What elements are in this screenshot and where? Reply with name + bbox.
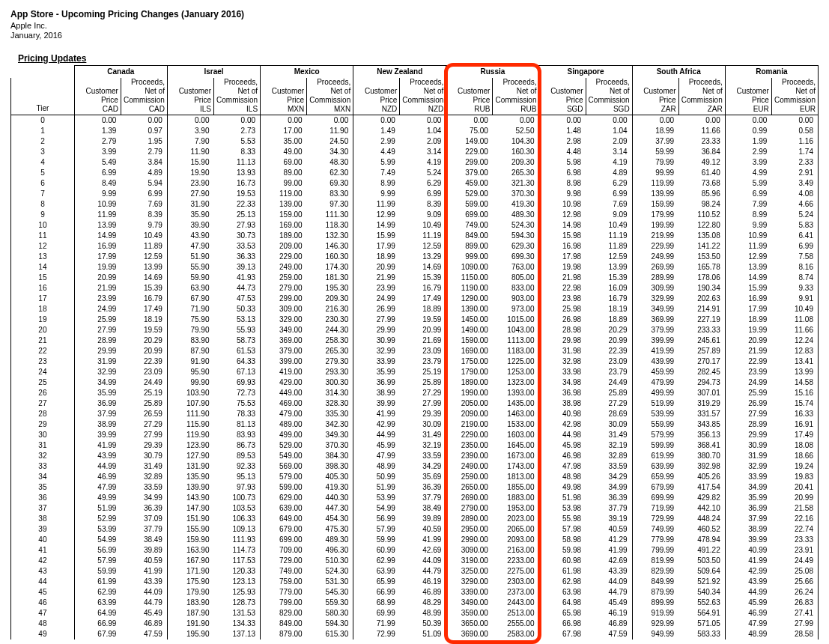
price-cell: 19.59 xyxy=(400,315,446,325)
price-cell: 48.99 xyxy=(725,629,771,640)
price-cell: 68.99 xyxy=(353,598,400,608)
table-row: 1621.9915.3963.9044.73279.00195.3023.991… xyxy=(11,283,819,294)
price-cell: 2.79 xyxy=(121,147,167,157)
price-cell: 134.33 xyxy=(214,619,261,629)
price-cell: 64.99 xyxy=(74,608,121,619)
price-cell: 50.39 xyxy=(400,619,446,629)
price-cell: 6.29 xyxy=(586,178,632,189)
tier-cell: 1 xyxy=(11,126,75,136)
price-cell: 75.00 xyxy=(446,126,493,136)
price-cell: 99.00 xyxy=(261,178,307,189)
price-cell: 13.29 xyxy=(400,252,446,262)
price-cell: 903.00 xyxy=(493,294,539,304)
price-cell: 160.30 xyxy=(307,252,353,262)
price-cell: 25.99 xyxy=(725,388,771,398)
price-cell: 1.04 xyxy=(400,126,446,136)
price-cell: 53.98 xyxy=(539,503,586,514)
price-cell: 289.99 xyxy=(632,273,678,283)
tier-cell: 3 xyxy=(11,147,75,157)
table-row: 810.997.6931.9022.33139.0097.3011.998.39… xyxy=(11,199,819,210)
company-name: Apple Inc. xyxy=(10,21,819,30)
tier-cell: 34 xyxy=(11,472,75,482)
price-cell: 20.29 xyxy=(121,335,167,346)
price-cell: 31.90 xyxy=(167,199,213,210)
tier-cell: 22 xyxy=(11,346,75,356)
price-cell: 69.99 xyxy=(353,608,400,619)
price-cell: 41.99 xyxy=(725,556,771,566)
price-cell: 11.19 xyxy=(586,231,632,241)
price-cell: 0.00 xyxy=(771,115,818,127)
table-row: 3344.9931.49131.9092.33569.00398.3048.99… xyxy=(11,461,819,472)
price-cell: 579.99 xyxy=(632,430,678,440)
price-cell: 229.99 xyxy=(632,241,678,252)
price-cell: 20.99 xyxy=(353,262,400,273)
price-cell: 16.73 xyxy=(214,178,261,189)
price-cell: 3590.00 xyxy=(446,608,493,619)
region-header-nzd: New Zealand xyxy=(353,66,446,79)
region-header-cad: Canada xyxy=(74,66,167,79)
price-cell: 48.99 xyxy=(353,461,400,472)
price-cell: 42.69 xyxy=(586,556,632,566)
price-cell: 356.13 xyxy=(678,430,725,440)
price-cell: 36.39 xyxy=(586,493,632,503)
price-cell: 11.90 xyxy=(307,126,353,136)
price-cell: 87.90 xyxy=(167,346,213,356)
table-row: 4764.9945.49187.90131.53829.00580.3069.9… xyxy=(11,608,819,619)
price-cell: 9.99 xyxy=(725,220,771,231)
price-cell: 579.00 xyxy=(261,472,307,482)
price-cell: 46.19 xyxy=(400,577,446,587)
table-row: 1925.9918.1975.9053.13329.00230.3027.991… xyxy=(11,315,819,325)
table-row: 68.495.9423.9016.7399.0069.308.996.29459… xyxy=(11,178,819,189)
price-cell: 37.79 xyxy=(586,503,632,514)
price-cell: 45.49 xyxy=(121,608,167,619)
tier-cell: 28 xyxy=(11,409,75,419)
price-cell: 40.59 xyxy=(586,524,632,535)
tier-cell: 16 xyxy=(11,283,75,294)
table-row: 4359.9941.99171.90120.33749.00524.3063.9… xyxy=(11,566,819,577)
tier-cell: 20 xyxy=(11,325,75,335)
price-cell: 245.61 xyxy=(678,335,725,346)
tier-cell: 29 xyxy=(11,419,75,430)
price-cell: 25.89 xyxy=(586,388,632,398)
table-row: 3852.9937.09151.90106.33649.00454.3056.9… xyxy=(11,514,819,524)
price-cell: 17.49 xyxy=(121,304,167,315)
price-cell: 6.98 xyxy=(539,168,586,178)
price-cell: 36.99 xyxy=(725,503,771,514)
price-cell: 349.00 xyxy=(261,325,307,335)
price-cell: 8.74 xyxy=(771,273,818,283)
price-cell: 230.30 xyxy=(307,315,353,325)
price-cell: 2.79 xyxy=(74,136,121,147)
price-cell: 10.49 xyxy=(400,220,446,231)
price-cell: 12.59 xyxy=(586,252,632,262)
region-header-sgd: Singapore xyxy=(539,66,632,79)
price-cell: 11.99 xyxy=(353,199,400,210)
price-cell: 8.49 xyxy=(74,178,121,189)
price-cell: 43.90 xyxy=(167,231,213,241)
price-cell: 293.30 xyxy=(307,367,353,377)
price-cell: 6.29 xyxy=(400,178,446,189)
price-cell: 27.41 xyxy=(771,608,818,619)
price-cell: 5.99 xyxy=(353,157,400,168)
table-row: 2331.9922.3991.9064.33399.00279.3033.992… xyxy=(11,356,819,367)
price-cell: 37.09 xyxy=(121,514,167,524)
price-cell: 19.99 xyxy=(74,262,121,273)
price-cell: 499.99 xyxy=(632,388,678,398)
price-cell: 89.00 xyxy=(261,168,307,178)
price-cell: 61.53 xyxy=(214,346,261,356)
price-cell: 123.13 xyxy=(214,577,261,587)
price-cell: 45.98 xyxy=(539,440,586,451)
price-cell: 62.30 xyxy=(307,168,353,178)
table-row: 1520.9914.6959.9041.93259.00181.3021.991… xyxy=(11,273,819,283)
price-cell: 30.99 xyxy=(725,440,771,451)
price-cell: 763.00 xyxy=(493,262,539,273)
table-row: 11.390.973.902.7317.0011.901.491.0475.00… xyxy=(11,126,819,136)
price-cell: 174.30 xyxy=(307,262,353,273)
price-cell: 127.90 xyxy=(167,451,213,461)
price-cell: 4.66 xyxy=(771,199,818,210)
price-cell: 47.99 xyxy=(74,482,121,493)
price-cell: 26.99 xyxy=(725,398,771,409)
price-cell: 34.99 xyxy=(121,493,167,503)
price-cell: 20.99 xyxy=(771,493,818,503)
price-cell: 35.99 xyxy=(353,367,400,377)
price-cell: 202.63 xyxy=(678,294,725,304)
